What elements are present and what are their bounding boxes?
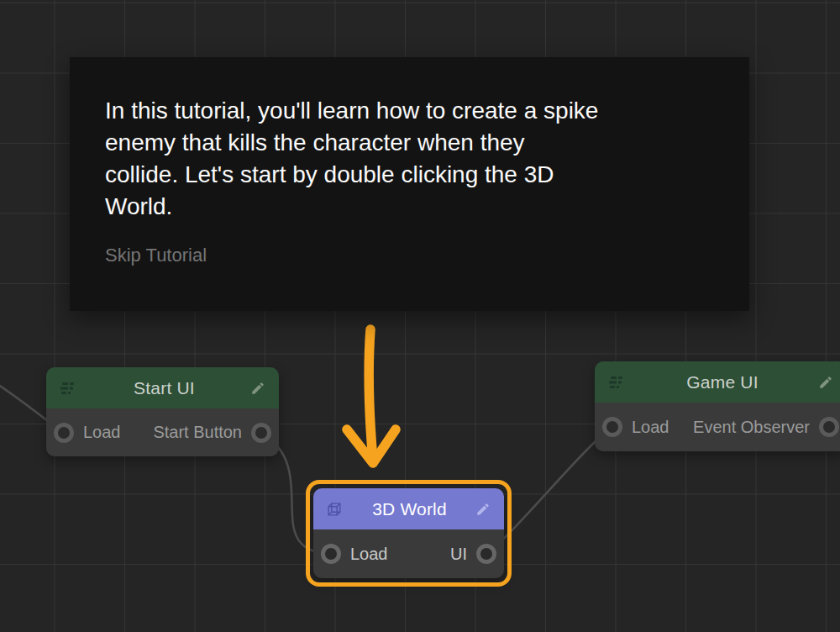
node-title: 3D World: [344, 499, 475, 519]
list-icon: [58, 380, 78, 397]
port-connector[interactable]: [476, 544, 496, 564]
output-port-start-button[interactable]: Start Button: [153, 423, 271, 443]
port-connector[interactable]: [819, 417, 839, 437]
port-connector[interactable]: [54, 423, 74, 443]
port-connector[interactable]: [251, 423, 271, 443]
node-game-ui[interactable]: Game UI Load Event Observer: [595, 361, 840, 451]
input-port-load[interactable]: Load: [602, 417, 669, 437]
output-port-event-observer[interactable]: Event Observer: [693, 417, 839, 437]
port-connector[interactable]: [602, 417, 622, 437]
connection-wire: [486, 428, 612, 554]
cube-icon: [325, 500, 344, 519]
tutorial-text-line: World.: [105, 191, 699, 223]
skip-tutorial-button[interactable]: Skip Tutorial: [105, 245, 207, 266]
node-start-ui-header[interactable]: Start UI: [46, 367, 279, 408]
tutorial-text-line: enemy that kills the character when they: [105, 127, 699, 159]
edit-pencil-icon[interactable]: [818, 375, 833, 390]
edit-pencil-icon[interactable]: [475, 502, 491, 517]
edit-pencil-icon[interactable]: [250, 381, 265, 396]
input-port-load[interactable]: Load: [54, 423, 121, 443]
node-game-ui-header[interactable]: Game UI: [595, 361, 840, 403]
node-start-ui[interactable]: Start UI Load Start Button: [46, 367, 279, 456]
port-label: UI: [450, 545, 467, 564]
tutorial-text-line: collide. Let's start by double clicking …: [105, 159, 699, 191]
port-label: Load: [632, 418, 669, 437]
output-port-ui[interactable]: UI: [450, 544, 496, 564]
node-3d-world-header[interactable]: 3D World: [313, 488, 504, 529]
input-port-load[interactable]: Load: [321, 544, 388, 564]
list-icon: [606, 374, 627, 391]
node-editor-canvas[interactable]: Start UI Load Start Button: [0, 0, 840, 632]
tutorial-panel: In this tutorial, you'll learn how to cr…: [70, 57, 749, 311]
tutorial-text-line: In this tutorial, you'll learn how to cr…: [105, 95, 699, 127]
port-label: Event Observer: [693, 418, 810, 437]
port-label: Load: [83, 423, 121, 442]
node-3d-world[interactable]: 3D World Load UI: [313, 488, 504, 578]
port-label: Load: [350, 545, 388, 564]
port-connector[interactable]: [321, 544, 341, 564]
port-label: Start Button: [153, 423, 242, 442]
node-title: Game UI: [627, 372, 818, 392]
node-title: Start UI: [78, 378, 250, 398]
